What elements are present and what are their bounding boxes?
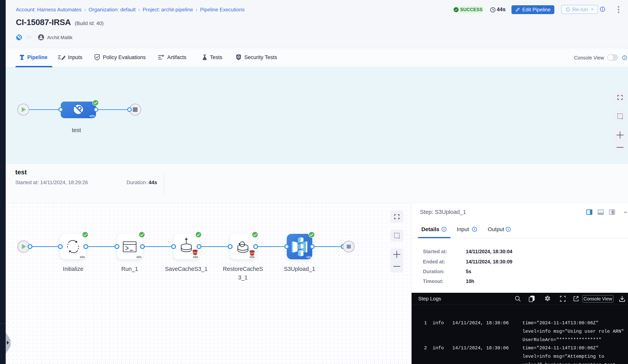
- svg-text:</>: </>: [89, 114, 95, 118]
- svg-text:</>: </>: [306, 255, 311, 259]
- svg-text:</>: </>: [249, 255, 255, 259]
- svg-text:</>: </>: [193, 255, 198, 259]
- svg-text:</>: </>: [80, 255, 85, 259]
- svg-text:</>: </>: [136, 255, 142, 259]
